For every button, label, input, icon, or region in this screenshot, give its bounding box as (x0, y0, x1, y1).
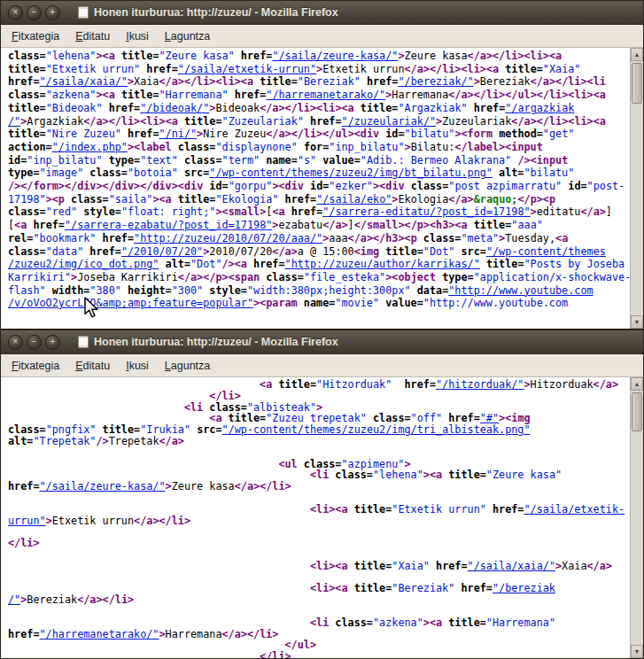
source-link[interactable]: "/saila/xaia/" (468, 560, 555, 572)
source-line: /v/oVoO2ycrLEQ&amp;amp;feature=popular">… (8, 297, 630, 310)
source-line: flash" width="380" height="300" style="w… (8, 284, 630, 298)
content-area: <a title="Hitzorduak" href="/hitzorduak/… (1, 377, 643, 658)
content-area: class="lehena"><a title="Zeure kasa" hre… (1, 48, 643, 329)
source-line: class="azkena"><a title="Harremana" href… (8, 89, 630, 102)
source-link[interactable]: "/saila/eko" (316, 193, 392, 205)
source-view[interactable]: class="lehena"><a title="Zeure kasa" hre… (1, 48, 630, 329)
source-line: class="red" style="float: right;"><small… (8, 205, 630, 219)
source-link[interactable]: "/ni/" (159, 128, 197, 140)
scroll-down-button[interactable]: ▼ (631, 645, 643, 658)
source-line: href="/saila/zeure-kasa/">Zeure kasa</a>… (8, 481, 630, 492)
menu-item-editatu[interactable]: Editatu (67, 27, 118, 46)
window-icon (78, 336, 89, 348)
source-line: /zuzeu2/img/ico_dot.png" alt="Dot"/><a h… (8, 258, 630, 271)
close-button[interactable]: × (8, 335, 23, 350)
source-line: title="Etxetik urrun" href="/saila/etxet… (8, 63, 630, 76)
source-line: /></form></div></div></div><div id="gorp… (8, 180, 630, 193)
source-link[interactable]: /v/oVoO2ycrLEQ&amp;amp;feature=popular" (8, 297, 253, 309)
menu-item-ikusi[interactable]: Ikusi (118, 27, 157, 46)
scroll-down-icon: ▼ (634, 319, 640, 325)
source-link[interactable]: "/wp-content/themes/zuzeu2/img/bt_bilatu… (209, 167, 493, 179)
source-line: /">Argazkiak</a></li><li><a title="Zuzeu… (8, 115, 630, 128)
window-title: Honen iturburua: http://zuzeu/ - Mozilla… (94, 6, 338, 19)
source-link[interactable]: "/2010/07/20" (121, 245, 203, 258)
minimize-button[interactable]: − (27, 5, 42, 20)
source-line: urrun">Etxetik urrun</a></li> (8, 516, 630, 527)
source-link[interactable]: "http://zuzeu/2010/07/20/aaa/" (134, 232, 322, 244)
maximize-button[interactable]: + (45, 335, 60, 350)
scroll-up-icon: ▲ (634, 381, 640, 387)
titlebar[interactable]: ×−+ Honen iturburua: http://zuzeu/ - Moz… (1, 330, 643, 354)
source-view[interactable]: <a title="Hitzorduak" href="/hitzorduak/… (1, 377, 630, 658)
menubar: FitxategiaEditatuIkusiLaguntza (1, 25, 643, 48)
scroll-down-button[interactable]: ▼ (631, 315, 643, 329)
source-line: href="/saila/xaia/">Xaia</a></li><li><a … (8, 75, 630, 89)
source-link[interactable]: "/wp-content/themes/zuzeu2/img/tri_albis… (222, 423, 531, 436)
source-link[interactable]: "/bideoak/" (140, 102, 209, 114)
view-source-window-top: ×−+ Honen iturburua: http://zuzeu/ - Moz… (0, 0, 644, 330)
menu-item-fitxategia[interactable]: Fitxategia (4, 27, 67, 46)
close-button[interactable]: × (8, 5, 23, 20)
source-line (8, 526, 630, 538)
source-link[interactable]: "http://www.youtube.com (448, 284, 593, 297)
source-link[interactable]: "/harremanetarako/" (266, 89, 385, 101)
source-line: <li><a title="Xaia" href="/saila/xaia/">… (8, 561, 630, 572)
source-line: type="image" class="botoia" src="/wp-con… (8, 167, 630, 180)
source-link[interactable]: "/saila/etxetik- (524, 503, 625, 516)
minimize-button[interactable]: − (27, 335, 42, 350)
source-line: class="data" href="/2010/07/20">2010/07/… (8, 245, 630, 259)
source-link[interactable]: /zuzeu2/img/ico_dot.png" (8, 258, 159, 270)
source-line: id="inp_bilatu" type="text" class="term"… (8, 154, 630, 167)
view-source-window-bottom: ×−+ Honen iturburua: http://zuzeu/ - Moz… (0, 330, 644, 659)
source-link[interactable]: "/saila/zeure-kasa/" (40, 480, 166, 492)
menu-item-ikusi[interactable]: Ikusi (118, 356, 157, 376)
scroll-down-icon: ▼ (634, 648, 640, 655)
source-link[interactable]: "/saila/zeure-kasa/" (272, 50, 398, 62)
source-line: </li> (8, 538, 630, 549)
window-controls: ×−+ (8, 335, 60, 350)
source-link[interactable]: "/wp-content/themes (486, 245, 606, 258)
source-link[interactable]: /" (8, 115, 20, 128)
source-line: Karrikiri">Joseba Karrikiri</a></p><span… (8, 271, 630, 284)
source-line: title="Bideoak" href="/bideoak/">Bideoak… (8, 102, 630, 115)
source-line: alt="Trepetak"/>Trepetak</a> (8, 436, 630, 447)
scrollbar-thumb[interactable] (632, 63, 642, 104)
menu-item-laguntza[interactable]: Laguntza (157, 356, 218, 376)
source-link[interactable]: "/saila/xaia/" (40, 75, 128, 88)
source-link[interactable]: "/hitzorduak/" (436, 378, 524, 391)
source-link[interactable]: "/bereziak/" (398, 75, 473, 88)
source-link[interactable]: "/sarrera-ezabatu/?post_id=17198" (65, 219, 272, 231)
scrollbar[interactable]: ▲ ▼ (630, 377, 643, 658)
source-link[interactable]: "/argazkiak (505, 102, 574, 114)
window-title: Honen iturburua: http://zuzeu/ - Mozilla… (94, 336, 338, 348)
source-link[interactable]: "/zuzeulariak/" (342, 115, 437, 128)
source-line: </li> (8, 651, 630, 658)
window-controls: ×−+ (8, 5, 60, 20)
source-line: action="/index.php"><label class="displa… (8, 141, 630, 154)
menu-item-laguntza[interactable]: Laguntza (157, 27, 218, 46)
menu-item-fitxategia[interactable]: Fitxategia (4, 356, 67, 376)
source-line: rel="bookmark" href="http://zuzeu/2010/0… (8, 232, 630, 245)
source-link[interactable]: "http://zuzeu/author/karrikas/" (285, 258, 480, 270)
window-icon (78, 6, 89, 19)
titlebar[interactable]: ×−+ Honen iturburua: http://zuzeu/ - Moz… (1, 1, 643, 25)
source-line: class="lehena"><a title="Zeure kasa" hre… (8, 50, 630, 63)
scroll-up-icon: ▲ (634, 51, 640, 58)
scroll-up-button[interactable]: ▲ (631, 48, 643, 61)
source-link[interactable]: "/sarrera-editatu/?post_id=17198" (322, 205, 530, 218)
source-line: title="Nire Zuzeu" href="/ni/">Nire Zuze… (8, 128, 630, 141)
source-line: [<a href="/sarrera-ezabatu/?post_id=1719… (8, 219, 630, 232)
source-link[interactable]: "/saila/etxetik-urrun" (178, 63, 316, 75)
menu-item-editatu[interactable]: Editatu (67, 356, 118, 376)
source-link[interactable]: "/index.php" (52, 141, 128, 153)
maximize-button[interactable]: + (45, 5, 60, 20)
source-line: 17198"><p class="saila"><a title="Ekolog… (8, 193, 630, 206)
scroll-up-button[interactable]: ▲ (631, 377, 643, 391)
source-line: /">Bereziak</a></li> (8, 594, 630, 606)
source-link[interactable]: "/bereziak (493, 582, 555, 594)
scrollbar-thumb[interactable] (632, 392, 642, 431)
menubar: FitxategiaEditatuIkusiLaguntza (1, 354, 643, 377)
scrollbar[interactable]: ▲ ▼ (630, 48, 643, 329)
